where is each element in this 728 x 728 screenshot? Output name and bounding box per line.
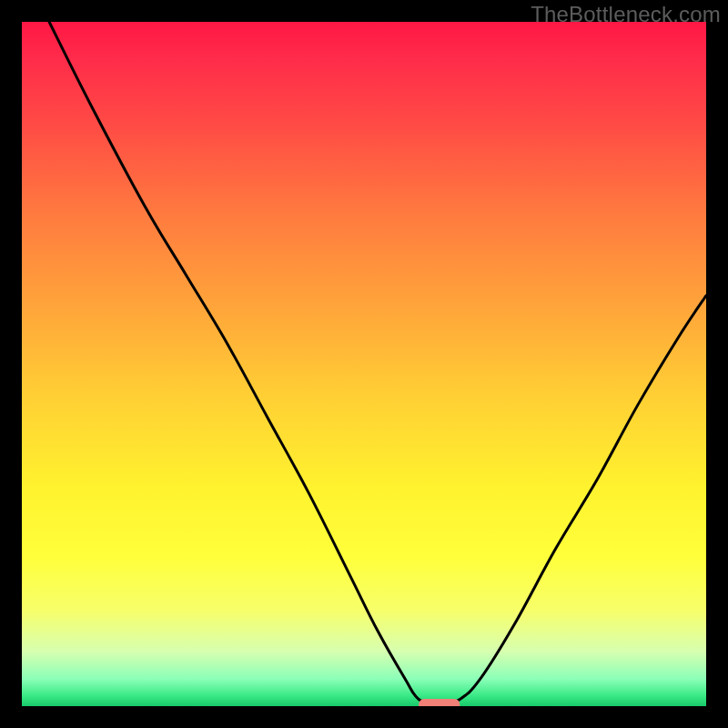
bottleneck-chart: [22, 22, 706, 706]
watermark-text: TheBottleneck.com: [531, 2, 721, 27]
chart-frame: [22, 22, 706, 706]
optimal-marker: [419, 699, 460, 706]
